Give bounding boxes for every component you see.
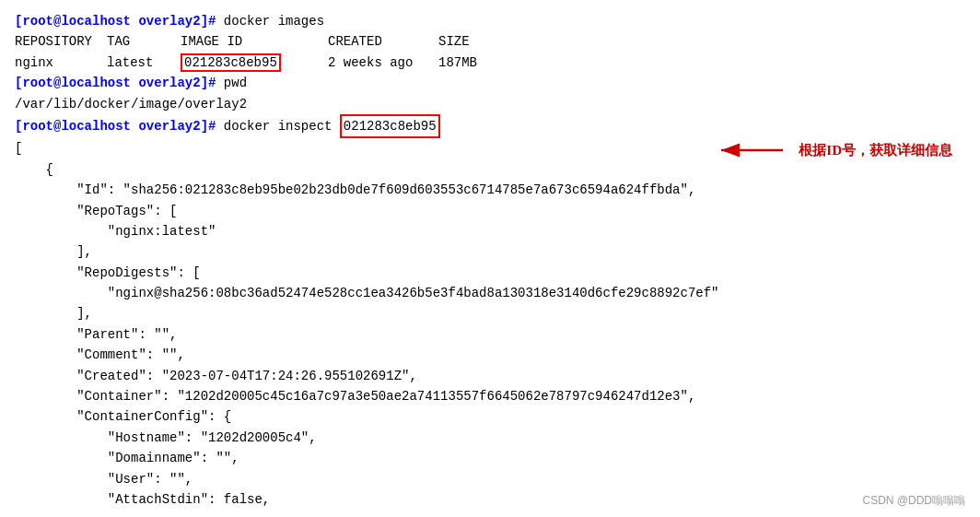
nginx-tag: latest	[107, 53, 181, 73]
nginx-repo: nginx	[15, 53, 107, 73]
prompt-1: [root@localhost overlay2]#	[15, 11, 216, 31]
prompt-2: [root@localhost overlay2]#	[15, 73, 216, 93]
json-repotags-close: ],	[15, 241, 965, 262]
images-header: REPOSITORY TAG IMAGE ID CREATED SIZE	[15, 31, 965, 52]
json-attachstdin: "AttachStdin": false,	[15, 489, 965, 510]
pwd-value: /var/lib/docker/image/overlay2	[15, 94, 247, 114]
col-repo-header: REPOSITORY	[15, 31, 107, 52]
col-tag-header: TAG	[107, 31, 181, 52]
json-hostname: "Hostname": "1202d20005c4",	[15, 428, 965, 448]
cmd-3: docker inspect	[216, 116, 339, 136]
watermark: CSDN @DDD嗡嗡嗡	[862, 492, 965, 510]
json-created: "Created": "2023-07-04T17:24:26.95510269…	[15, 366, 965, 386]
json-domainname: "Domainname": "",	[15, 448, 965, 468]
images-row-nginx: nginx latest 021283c8eb95 2 weeks ago 18…	[15, 53, 965, 73]
cmd-2: pwd	[216, 73, 247, 93]
annotation-text: 根据ID号，获取详细信息	[799, 139, 952, 161]
json-containerconfig: "ContainerConfig": {	[15, 406, 965, 427]
col-size-header: SIZE	[438, 31, 470, 52]
col-id-header: IMAGE ID	[181, 31, 328, 52]
arrow-icon	[714, 136, 788, 164]
nginx-size: 187MB	[438, 53, 477, 73]
terminal-window: [root@localhost overlay2]# docker images…	[0, 0, 980, 517]
cmd-1: docker images	[216, 11, 324, 31]
json-repodigests-open: "RepoDigests": [	[15, 263, 965, 283]
json-id-line: "Id": "sha256:021283c8eb95be02b23db0de7f…	[15, 180, 965, 200]
json-repotags-open: "RepoTags": [	[15, 201, 965, 221]
inspect-id-value: 021283c8eb95	[340, 114, 440, 138]
json-repodigests-close: ],	[15, 303, 965, 323]
command-line-1: [root@localhost overlay2]# docker images	[15, 11, 965, 31]
json-comment: "Comment": "",	[15, 345, 965, 365]
image-id-value: 021283c8eb95	[181, 53, 281, 72]
json-repotags-val: "nginx:latest"	[15, 221, 965, 241]
prompt-3: [root@localhost overlay2]#	[15, 116, 216, 136]
nginx-created: 2 weeks ago	[328, 53, 438, 73]
json-container: "Container": "1202d20005c45c16a7c97a3e50…	[15, 386, 965, 406]
nginx-id-boxed: 021283c8eb95	[181, 53, 328, 73]
json-user: "User": "",	[15, 469, 965, 489]
json-repodigests-val: "nginx@sha256:08bc36ad52474e528cc1ea3426…	[15, 283, 965, 303]
command-line-3: [root@localhost overlay2]# docker inspec…	[15, 114, 965, 138]
json-parent: "Parent": "",	[15, 324, 965, 345]
command-line-2: [root@localhost overlay2]# pwd	[15, 73, 965, 93]
annotation: 根据ID号，获取详细信息	[714, 136, 952, 164]
pwd-output: /var/lib/docker/image/overlay2	[15, 94, 965, 114]
col-created-header: CREATED	[328, 31, 438, 52]
